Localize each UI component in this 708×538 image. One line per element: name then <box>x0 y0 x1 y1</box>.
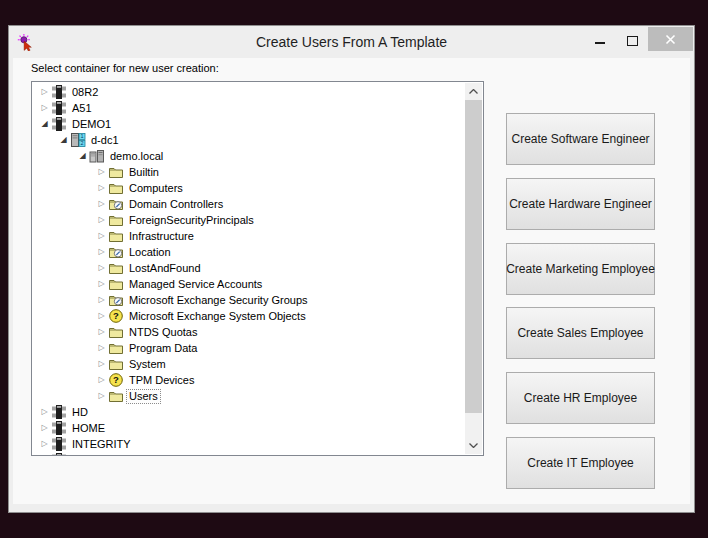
expand-arrow-icon[interactable]: ▷ <box>95 372 108 388</box>
expand-arrow-icon[interactable]: ▷ <box>95 260 108 276</box>
expand-arrow-icon[interactable]: ▷ <box>95 388 108 404</box>
tree-item-label: ISV4 <box>69 453 99 457</box>
folder-icon <box>108 276 126 292</box>
tree-item-builtin[interactable]: ▷Builtin <box>32 164 466 180</box>
tree-item-managed-service-accounts[interactable]: ▷Managed Service Accounts <box>32 276 466 292</box>
tree-item-label: TPM Devices <box>126 373 197 388</box>
title-bar[interactable]: Create Users From A Template <box>9 26 694 58</box>
tree-item-infrastructure[interactable]: ▷Infrastructure <box>32 228 466 244</box>
tree-item-label: INTEGRITY <box>69 437 134 452</box>
tree-item-label: Builtin <box>126 165 162 180</box>
desktop: { "window": { "title": "Create Users Fro… <box>0 0 708 538</box>
create-software-engineer-button[interactable]: Create Software Engineer <box>506 113 655 165</box>
tree-item-users[interactable]: ▷Users <box>32 388 466 404</box>
tree-item-label: Microsoft Exchange Security Groups <box>126 293 311 308</box>
expand-arrow-icon[interactable]: ▷ <box>95 228 108 244</box>
tree-item-label: A51 <box>69 101 95 116</box>
collapse-arrow-icon[interactable]: ◢ <box>57 132 70 148</box>
folder-icon <box>108 340 126 356</box>
ou-folder-icon <box>108 244 126 260</box>
expand-arrow-icon[interactable]: ▷ <box>38 84 51 100</box>
tree-item-label: demo.local <box>107 149 166 164</box>
container-label: Select container for new user creation: <box>31 62 219 74</box>
ou-folder-icon <box>108 196 126 212</box>
expand-arrow-icon[interactable]: ▷ <box>38 436 51 452</box>
scrollbar-thumb[interactable] <box>465 100 482 413</box>
expand-arrow-icon[interactable]: ▷ <box>95 308 108 324</box>
tree-item-label: Users <box>126 389 161 404</box>
create-it-employee-button[interactable]: Create IT Employee <box>506 437 655 489</box>
tree-item-hd[interactable]: ▷HD <box>32 404 466 420</box>
expand-arrow-icon[interactable]: ▷ <box>95 180 108 196</box>
tree-item-label: NTDS Quotas <box>126 325 200 340</box>
domain-icon <box>51 452 69 456</box>
minimize-icon[interactable] <box>584 27 616 51</box>
create-marketing-employee-button[interactable]: Create Marketing Employee <box>506 243 655 295</box>
collapse-arrow-icon[interactable]: ◢ <box>76 148 89 164</box>
expand-arrow-icon[interactable]: ▷ <box>95 276 108 292</box>
ou-folder-icon <box>108 292 126 308</box>
tree-rows: ▷08R2▷A51◢DEMO1◢12d-dc1◢demo.local▷Built… <box>32 84 466 456</box>
tree-item-tpm-devices[interactable]: ▷?TPM Devices <box>32 372 466 388</box>
tree-item-08r2[interactable]: ▷08R2 <box>32 84 466 100</box>
create-sales-employee-button[interactable]: Create Sales Employee <box>506 307 655 359</box>
tree-item-isv4[interactable]: ▷ISV4 <box>32 452 466 456</box>
tree-item-d-dc1[interactable]: ◢12d-dc1 <box>32 132 466 148</box>
tree-item-label: Microsoft Exchange System Objects <box>126 309 309 324</box>
expand-arrow-icon[interactable]: ▷ <box>95 244 108 260</box>
chevron-up-icon[interactable] <box>465 83 482 100</box>
dialog-client-area: Select container for new user creation: … <box>13 58 690 504</box>
expand-arrow-icon[interactable]: ▷ <box>38 420 51 436</box>
domain-icon <box>51 436 69 452</box>
tree-item-label: System <box>126 357 169 372</box>
create-hardware-engineer-button[interactable]: Create Hardware Engineer <box>506 178 655 230</box>
folder-icon <box>108 260 126 276</box>
expand-arrow-icon[interactable]: ▷ <box>95 212 108 228</box>
maximize-icon[interactable] <box>616 27 648 51</box>
expand-arrow-icon[interactable]: ▷ <box>95 292 108 308</box>
tree-item-label: Computers <box>126 181 186 196</box>
expand-arrow-icon[interactable]: ▷ <box>95 340 108 356</box>
tree-item-demo-local[interactable]: ◢demo.local <box>32 148 466 164</box>
tree-item-ntds-quotas[interactable]: ▷NTDS Quotas <box>32 324 466 340</box>
create-hr-employee-button[interactable]: Create HR Employee <box>506 372 655 424</box>
tree-item-label: ForeignSecurityPrincipals <box>126 213 257 228</box>
tree-item-system[interactable]: ▷System <box>32 356 466 372</box>
domain-servers-icon <box>89 148 107 164</box>
tree-item-location[interactable]: ▷Location <box>32 244 466 260</box>
tree-item-foreignsecurityprincipals[interactable]: ▷ForeignSecurityPrincipals <box>32 212 466 228</box>
expand-arrow-icon[interactable]: ▷ <box>38 452 51 456</box>
question-icon: ? <box>108 308 126 324</box>
expand-arrow-icon[interactable]: ▷ <box>95 324 108 340</box>
svg-text:?: ? <box>113 374 119 385</box>
expand-arrow-icon[interactable]: ▷ <box>95 164 108 180</box>
tree-item-microsoft-exchange-security-groups[interactable]: ▷Microsoft Exchange Security Groups <box>32 292 466 308</box>
tree-item-lostandfound[interactable]: ▷LostAndFound <box>32 260 466 276</box>
expand-arrow-icon[interactable]: ▷ <box>95 356 108 372</box>
close-icon[interactable] <box>648 27 693 51</box>
tree-item-label: Managed Service Accounts <box>126 277 265 292</box>
tree-item-microsoft-exchange-system-objects[interactable]: ▷?Microsoft Exchange System Objects <box>32 308 466 324</box>
tree-item-program-data[interactable]: ▷Program Data <box>32 340 466 356</box>
folder-icon <box>108 164 126 180</box>
expand-arrow-icon[interactable]: ▷ <box>38 404 51 420</box>
tree-item-home[interactable]: ▷HOME <box>32 420 466 436</box>
dialog-window: Create Users From A Template Select cont… <box>8 25 695 513</box>
chevron-down-icon[interactable] <box>465 437 482 454</box>
expand-arrow-icon[interactable]: ▷ <box>38 100 51 116</box>
expand-arrow-icon[interactable]: ▷ <box>95 196 108 212</box>
tree-item-label: Domain Controllers <box>126 197 226 212</box>
domain-icon <box>51 84 69 100</box>
vertical-scrollbar[interactable] <box>465 83 482 454</box>
folder-icon <box>108 180 126 196</box>
container-tree[interactable]: ▷08R2▷A51◢DEMO1◢12d-dc1◢demo.local▷Built… <box>31 81 484 456</box>
tree-item-integrity[interactable]: ▷INTEGRITY <box>32 436 466 452</box>
tree-item-domain-controllers[interactable]: ▷Domain Controllers <box>32 196 466 212</box>
tree-item-computers[interactable]: ▷Computers <box>32 180 466 196</box>
svg-text:?: ? <box>113 310 119 321</box>
tree-item-demo1[interactable]: ◢DEMO1 <box>32 116 466 132</box>
svg-text:1: 1 <box>80 133 83 139</box>
tree-item-a51[interactable]: ▷A51 <box>32 100 466 116</box>
collapse-arrow-icon[interactable]: ◢ <box>38 116 51 132</box>
domain-icon <box>51 100 69 116</box>
